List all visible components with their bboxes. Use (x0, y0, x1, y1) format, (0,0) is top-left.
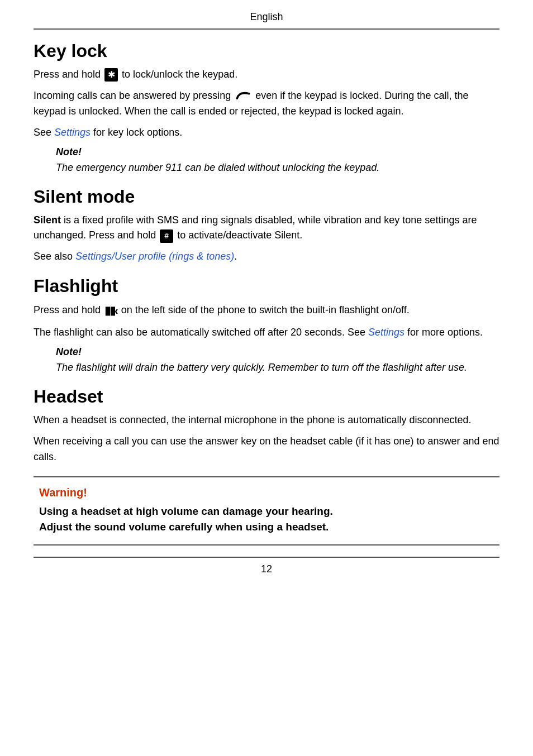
warning-text1: Using a headset at high volume can damag… (39, 505, 333, 517)
keylock-para1: Press and hold to lock/unlock the keypad… (34, 67, 499, 83)
hash-icon (160, 229, 173, 243)
flashlight-note: Note! The flashlight will drain the batt… (56, 346, 499, 375)
silent-p2-suffix: . (234, 251, 237, 262)
flashlight-para2: The flashlight can also be automatically… (34, 325, 499, 341)
page-header: English (34, 11, 499, 30)
flashlight-title: Flashlight (34, 276, 499, 296)
flashlight-settings-link[interactable]: Settings (368, 327, 404, 338)
flashlight-note-text: The flashlight will drain the battery ve… (56, 360, 499, 375)
page-number: 12 (34, 557, 499, 575)
warning-text2: Adjust the sound volume carefully when u… (39, 521, 329, 533)
warning-text: Using a headset at high volume can damag… (39, 504, 494, 535)
silent-para2: See also Settings/User profile (rings & … (34, 249, 499, 265)
section-headset: Headset When a headset is connected, the… (34, 386, 499, 465)
headset-para1: When a headset is connected, the interna… (34, 413, 499, 428)
silent-settings-link[interactable]: Settings/User profile (rings & tones) (75, 251, 234, 262)
keylock-note-text: The emergency number 911 can be dialed w… (56, 160, 499, 175)
keylock-title: Key lock (34, 41, 499, 61)
sidebutton-icon: ▮▮‹ (104, 302, 117, 319)
headset-title: Headset (34, 386, 499, 407)
keylock-note: Note! The emergency number 911 can be di… (56, 146, 499, 175)
warning-box: Warning! Using a headset at high volume … (34, 476, 499, 546)
section-silent: Silent mode Silent is a fixed profile wi… (34, 186, 499, 265)
silent-bold-label: Silent (34, 214, 61, 226)
keylock-para2: Incoming calls can be answered by pressi… (34, 88, 499, 119)
silent-p2-prefix: See also (34, 251, 75, 262)
keylock-p1-prefix: Press and hold (34, 69, 103, 80)
flashlight-note-title: Note! (56, 346, 499, 358)
keylock-note-title: Note! (56, 146, 499, 158)
keylock-p3-suffix: for key lock options. (91, 127, 182, 138)
keylock-p3-prefix: See (34, 127, 54, 138)
flashlight-p1-prefix: Press and hold (34, 304, 103, 315)
headset-para2: When receiving a call you can use the an… (34, 434, 499, 465)
section-keylock: Key lock Press and hold to lock/unlock t… (34, 41, 499, 175)
language-label: English (250, 11, 283, 22)
keylock-para3: See Settings for key lock options. (34, 125, 499, 141)
warning-title: Warning! (39, 486, 494, 499)
silent-title: Silent mode (34, 186, 499, 207)
page: English Key lock Press and hold to lock/… (0, 0, 533, 756)
keylock-settings-link[interactable]: Settings (54, 127, 91, 138)
section-flashlight: Flashlight Press and hold ▮▮‹ on the lef… (34, 276, 499, 375)
keylock-p1-suffix: to lock/unlock the keypad. (119, 69, 237, 80)
call-icon (235, 90, 251, 102)
flashlight-para1: Press and hold ▮▮‹ on the left side of t… (34, 302, 499, 319)
silent-para1: Silent is a fixed profile with SMS and r… (34, 213, 499, 244)
star-icon (104, 68, 118, 82)
flashlight-p2-suffix: for more options. (404, 327, 483, 338)
flashlight-p1-suffix: on the left side of the phone to switch … (118, 304, 410, 315)
flashlight-p2-prefix: The flashlight can also be automatically… (34, 327, 368, 338)
